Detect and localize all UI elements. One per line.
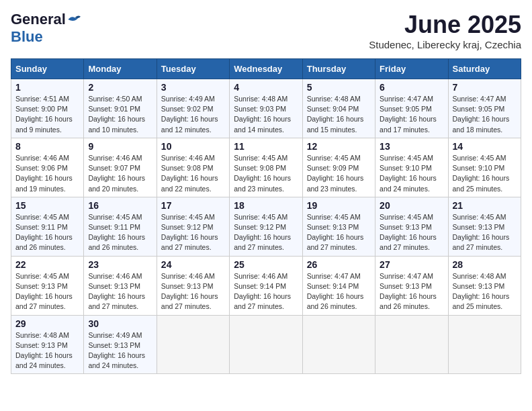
day-number: 4 [234,82,298,93]
calendar-cell: 9Sunrise: 4:46 AM Sunset: 9:07 PM Daylig… [84,138,157,197]
day-number: 30 [88,318,152,329]
header-monday: Monday [84,59,157,79]
day-number: 20 [380,200,443,211]
title-month: June 2025 [369,11,521,39]
calendar-cell: 26Sunrise: 4:47 AM Sunset: 9:14 PM Dayli… [302,256,375,315]
day-info: Sunrise: 4:46 AM Sunset: 9:08 PM Dayligh… [161,153,225,194]
calendar-cell: 2Sunrise: 4:50 AM Sunset: 9:01 PM Daylig… [84,79,157,138]
calendar-cell: 10Sunrise: 4:46 AM Sunset: 9:08 PM Dayli… [157,138,229,197]
header-thursday: Thursday [302,59,375,79]
day-info: Sunrise: 4:45 AM Sunset: 9:08 PM Dayligh… [234,153,298,194]
day-info: Sunrise: 4:48 AM Sunset: 9:13 PM Dayligh… [15,330,79,371]
calendar-cell [230,315,302,374]
day-info: Sunrise: 4:48 AM Sunset: 9:03 PM Dayligh… [234,94,298,135]
calendar-cell: 13Sunrise: 4:45 AM Sunset: 9:10 PM Dayli… [375,138,448,197]
calendar-cell: 18Sunrise: 4:45 AM Sunset: 9:12 PM Dayli… [230,197,302,256]
day-number: 14 [453,141,517,152]
calendar-cell: 19Sunrise: 4:45 AM Sunset: 9:13 PM Dayli… [302,197,375,256]
day-number: 17 [161,200,225,211]
day-info: Sunrise: 4:49 AM Sunset: 9:02 PM Dayligh… [161,94,225,135]
day-number: 10 [161,141,225,152]
day-info: Sunrise: 4:47 AM Sunset: 9:05 PM Dayligh… [380,94,443,135]
day-number: 8 [15,141,79,152]
calendar-cell: 16Sunrise: 4:45 AM Sunset: 9:11 PM Dayli… [84,197,157,256]
day-info: Sunrise: 4:45 AM Sunset: 9:09 PM Dayligh… [307,153,371,194]
day-number: 26 [307,259,371,270]
day-info: Sunrise: 4:45 AM Sunset: 9:11 PM Dayligh… [15,212,79,253]
day-number: 22 [15,259,79,270]
day-info: Sunrise: 4:45 AM Sunset: 9:11 PM Dayligh… [88,212,152,253]
day-number: 12 [307,141,371,152]
logo-blue: Blue [11,28,43,45]
logo: General Blue [11,11,81,46]
header-friday: Friday [375,59,448,79]
day-info: Sunrise: 4:45 AM Sunset: 9:12 PM Dayligh… [161,212,225,253]
header-row: Sunday Monday Tuesday Wednesday Thursday… [11,59,521,79]
calendar-cell: 5Sunrise: 4:48 AM Sunset: 9:04 PM Daylig… [302,79,375,138]
calendar-table: Sunday Monday Tuesday Wednesday Thursday… [11,58,521,374]
calendar-cell: 23Sunrise: 4:46 AM Sunset: 9:13 PM Dayli… [84,256,157,315]
day-info: Sunrise: 4:45 AM Sunset: 9:10 PM Dayligh… [380,153,443,194]
day-number: 16 [88,200,152,211]
day-number: 24 [161,259,225,270]
header: General Blue June 2025 Studenec, Liberec… [11,11,521,50]
day-number: 19 [307,200,371,211]
calendar-cell: 20Sunrise: 4:45 AM Sunset: 9:13 PM Dayli… [375,197,448,256]
day-info: Sunrise: 4:45 AM Sunset: 9:13 PM Dayligh… [307,212,371,253]
calendar-week-1: 1Sunrise: 4:51 AM Sunset: 9:00 PM Daylig… [11,79,521,138]
calendar-cell: 12Sunrise: 4:45 AM Sunset: 9:09 PM Dayli… [302,138,375,197]
day-info: Sunrise: 4:46 AM Sunset: 9:06 PM Dayligh… [15,153,79,194]
day-info: Sunrise: 4:48 AM Sunset: 9:04 PM Dayligh… [307,94,371,135]
title-area: June 2025 Studenec, Liberecky kraj, Czec… [369,11,521,50]
calendar-cell: 14Sunrise: 4:45 AM Sunset: 9:10 PM Dayli… [448,138,521,197]
calendar-cell: 1Sunrise: 4:51 AM Sunset: 9:00 PM Daylig… [11,79,84,138]
calendar-cell: 29Sunrise: 4:48 AM Sunset: 9:13 PM Dayli… [11,315,84,374]
calendar-cell [448,315,521,374]
calendar-cell: 11Sunrise: 4:45 AM Sunset: 9:08 PM Dayli… [230,138,302,197]
day-info: Sunrise: 4:47 AM Sunset: 9:13 PM Dayligh… [380,271,443,312]
day-info: Sunrise: 4:45 AM Sunset: 9:13 PM Dayligh… [380,212,443,253]
day-info: Sunrise: 4:45 AM Sunset: 9:10 PM Dayligh… [453,153,517,194]
day-info: Sunrise: 4:47 AM Sunset: 9:14 PM Dayligh… [307,271,371,312]
header-sunday: Sunday [11,59,84,79]
day-number: 21 [453,200,517,211]
day-info: Sunrise: 4:45 AM Sunset: 9:13 PM Dayligh… [453,212,517,253]
day-info: Sunrise: 4:45 AM Sunset: 9:12 PM Dayligh… [234,212,298,253]
calendar-cell: 6Sunrise: 4:47 AM Sunset: 9:05 PM Daylig… [375,79,448,138]
calendar-cell [375,315,448,374]
day-number: 25 [234,259,298,270]
calendar-cell: 27Sunrise: 4:47 AM Sunset: 9:13 PM Dayli… [375,256,448,315]
header-tuesday: Tuesday [157,59,229,79]
day-number: 5 [307,82,371,93]
day-info: Sunrise: 4:51 AM Sunset: 9:00 PM Dayligh… [15,94,79,135]
calendar-cell: 25Sunrise: 4:46 AM Sunset: 9:14 PM Dayli… [230,256,302,315]
day-number: 3 [161,82,225,93]
day-number: 13 [380,141,443,152]
day-number: 7 [453,82,517,93]
day-info: Sunrise: 4:47 AM Sunset: 9:05 PM Dayligh… [453,94,517,135]
day-info: Sunrise: 4:46 AM Sunset: 9:13 PM Dayligh… [161,271,225,312]
bird-icon [67,14,81,25]
calendar-week-4: 22Sunrise: 4:45 AM Sunset: 9:13 PM Dayli… [11,256,521,315]
day-info: Sunrise: 4:46 AM Sunset: 9:13 PM Dayligh… [88,271,152,312]
day-number: 2 [88,82,152,93]
title-location: Studenec, Liberecky kraj, Czechia [369,39,521,50]
calendar-cell: 8Sunrise: 4:46 AM Sunset: 9:06 PM Daylig… [11,138,84,197]
calendar-cell: 17Sunrise: 4:45 AM Sunset: 9:12 PM Dayli… [157,197,229,256]
calendar-cell: 3Sunrise: 4:49 AM Sunset: 9:02 PM Daylig… [157,79,229,138]
calendar-cell: 15Sunrise: 4:45 AM Sunset: 9:11 PM Dayli… [11,197,84,256]
header-saturday: Saturday [448,59,521,79]
calendar-cell: 30Sunrise: 4:49 AM Sunset: 9:13 PM Dayli… [84,315,157,374]
calendar-cell: 4Sunrise: 4:48 AM Sunset: 9:03 PM Daylig… [230,79,302,138]
day-number: 18 [234,200,298,211]
day-info: Sunrise: 4:45 AM Sunset: 9:13 PM Dayligh… [15,271,79,312]
calendar-cell [302,315,375,374]
calendar-week-2: 8Sunrise: 4:46 AM Sunset: 9:06 PM Daylig… [11,138,521,197]
calendar-week-5: 29Sunrise: 4:48 AM Sunset: 9:13 PM Dayli… [11,315,521,374]
calendar-cell: 7Sunrise: 4:47 AM Sunset: 9:05 PM Daylig… [448,79,521,138]
calendar-header: Sunday Monday Tuesday Wednesday Thursday… [11,59,521,79]
day-number: 11 [234,141,298,152]
day-info: Sunrise: 4:46 AM Sunset: 9:07 PM Dayligh… [88,153,152,194]
day-number: 6 [380,82,443,93]
day-number: 28 [453,259,517,270]
